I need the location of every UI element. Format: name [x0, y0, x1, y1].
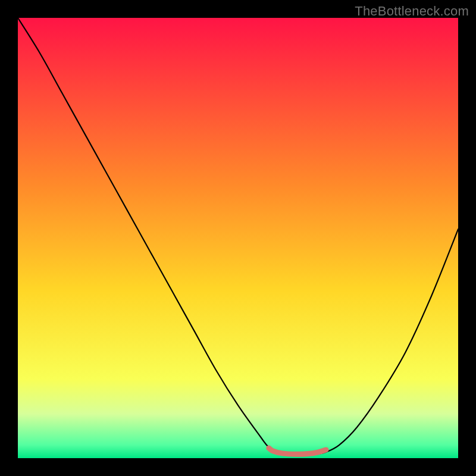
chart-container: TheBottleneck.com	[0, 0, 476, 476]
plot-area	[18, 18, 458, 458]
chart-svg	[18, 18, 458, 458]
gradient-background	[18, 18, 458, 458]
watermark-text: TheBottleneck.com	[355, 4, 469, 19]
